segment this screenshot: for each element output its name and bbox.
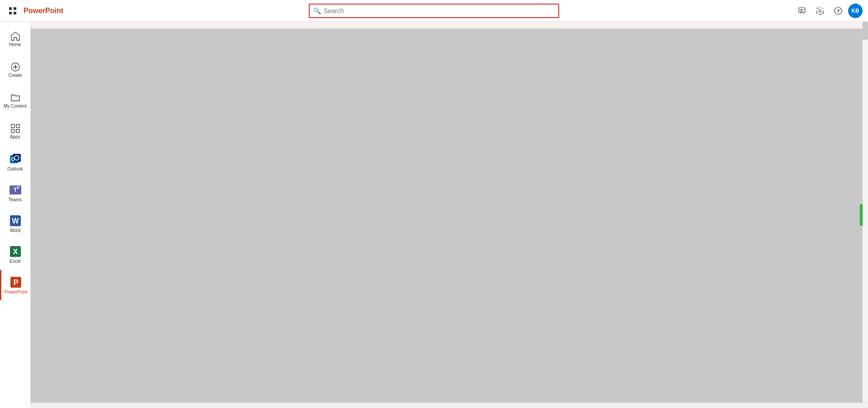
search-icon: 🔍: [313, 7, 321, 14]
sidebar-label-powerpoint: PowerPoint: [4, 289, 27, 294]
svg-rect-13: [16, 124, 19, 128]
teams-icon: T T: [9, 184, 22, 196]
sidebar-label-excel: Excel: [9, 259, 20, 264]
right-scrollbar[interactable]: [863, 22, 868, 403]
svg-rect-2: [9, 12, 12, 14]
svg-text:X: X: [13, 248, 18, 256]
feedback-button[interactable]: [794, 3, 810, 19]
create-icon: [10, 62, 20, 72]
svg-text:T: T: [17, 186, 19, 189]
sidebar-item-outlook[interactable]: O Outlook: [0, 147, 31, 177]
svg-text:O: O: [11, 157, 15, 162]
home-icon: [10, 31, 20, 41]
sidebar-item-home[interactable]: Home: [0, 24, 31, 54]
svg-text:P: P: [14, 279, 19, 286]
sidebar-item-powerpoint[interactable]: P PowerPoint: [0, 270, 31, 300]
excel-icon: X: [9, 245, 22, 258]
svg-rect-4: [799, 8, 805, 12]
top-banner: [31, 22, 868, 29]
apps-icon: [10, 123, 20, 133]
svg-rect-15: [16, 129, 19, 133]
sidebar-label-teams: Teams: [9, 197, 22, 202]
search-input[interactable]: [324, 7, 555, 14]
svg-rect-0: [9, 7, 12, 10]
svg-rect-1: [14, 7, 16, 10]
sidebar-label-my-content: My Content: [4, 104, 27, 109]
topbar: PowerPoint 🔍 ? KB: [0, 0, 868, 22]
svg-rect-14: [11, 129, 14, 133]
folder-icon: [10, 93, 20, 103]
outlook-icon: O: [9, 153, 22, 166]
search-container: 🔍: [309, 4, 559, 18]
scrollbar-thumb[interactable]: [863, 22, 868, 40]
search-box: 🔍: [309, 4, 559, 18]
sidebar-item-teams[interactable]: T T Teams: [0, 177, 31, 208]
powerpoint-icon: P: [9, 276, 22, 289]
sidebar-item-word[interactable]: W Word: [0, 208, 31, 239]
user-avatar[interactable]: KB: [848, 4, 863, 18]
sidebar-label-create: Create: [8, 73, 22, 78]
svg-rect-12: [11, 124, 14, 128]
topbar-actions: ? KB: [794, 3, 863, 19]
sidebar-label-apps: Apps: [10, 134, 20, 139]
sidebar-label-word: Word: [10, 228, 21, 233]
app-grid-button[interactable]: [5, 4, 20, 18]
word-icon: W: [9, 214, 22, 227]
svg-text:W: W: [12, 217, 19, 225]
main-content: [31, 22, 868, 408]
app-title: PowerPoint: [24, 7, 63, 15]
sidebar-item-apps[interactable]: Apps: [0, 116, 31, 147]
sidebar-item-my-content[interactable]: My Content: [0, 85, 31, 116]
settings-button[interactable]: [812, 3, 828, 19]
svg-text:?: ?: [837, 8, 840, 14]
sidebar-label-outlook: Outlook: [7, 166, 23, 171]
sidebar-item-excel[interactable]: X Excel: [0, 239, 31, 270]
help-button[interactable]: ?: [830, 3, 846, 19]
green-tab[interactable]: [860, 204, 863, 226]
svg-rect-3: [14, 12, 16, 14]
sidebar-item-create[interactable]: Create: [0, 54, 31, 85]
sidebar-label-home: Home: [9, 42, 21, 47]
sidebar: Home Create My Content: [0, 22, 31, 408]
bottom-scrollbar[interactable]: [31, 403, 868, 408]
